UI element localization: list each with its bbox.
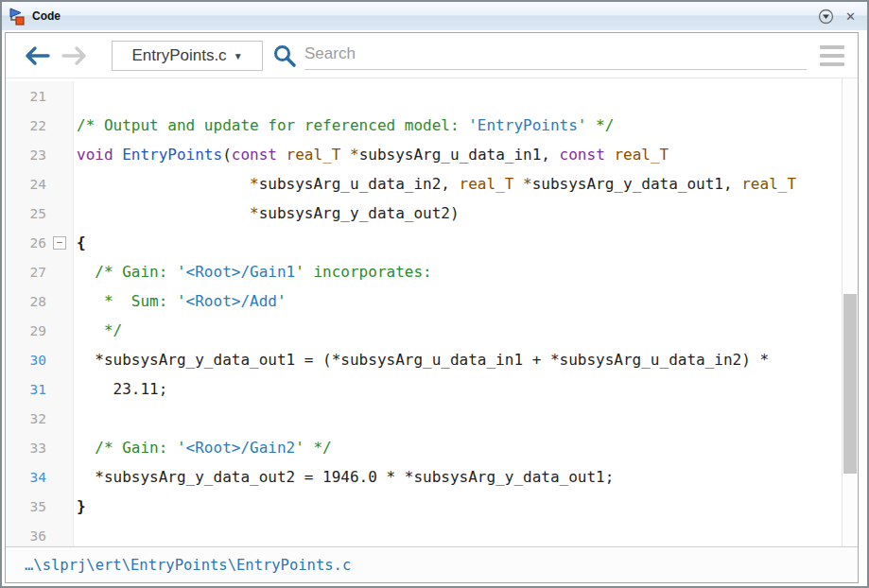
code-token: * <box>523 175 532 193</box>
code-editor: 2122/* Output and update for referenced … <box>6 78 858 546</box>
code-text: { <box>74 233 86 251</box>
gutter-cell: 25 <box>6 199 74 228</box>
file-selector-dropdown[interactable]: EntryPoints.c ▼ <box>112 41 263 71</box>
code-text: */ <box>74 321 122 339</box>
code-token: ' */ <box>578 116 615 134</box>
close-icon[interactable]: ✕ <box>845 10 856 23</box>
code-panel: EntryPoints.c ▼ 2122/* Output and update… <box>5 32 859 583</box>
code-token <box>605 146 615 164</box>
search-field-wrap <box>304 39 807 70</box>
code-line: 22/* Output and update for referenced mo… <box>6 111 842 140</box>
gutter-cell: 26− <box>6 228 74 257</box>
gutter-cell: 34 <box>6 462 74 492</box>
code-token: void <box>77 146 113 164</box>
block-hyperlink[interactable]: EntryPoints <box>478 116 578 134</box>
code-token: ' <box>277 292 287 310</box>
code-token: real_T <box>614 146 669 164</box>
code-line: 33 /* Gain: '<Root>/Gain2' */ <box>6 433 842 462</box>
vertical-scrollbar[interactable] <box>842 78 858 546</box>
line-number: 29 <box>6 323 46 338</box>
code-line: 23void EntryPoints(const real_T *subsysA… <box>6 140 842 169</box>
code-text: *subsysArg_u_data_in2, real_T *subsysArg… <box>74 175 796 193</box>
gutter-cell: 33 <box>6 433 74 462</box>
code-line: 27 /* Gain: '<Root>/Gain1' incorporates: <box>6 257 842 286</box>
code-token: subsysArg_y_data_out2) <box>259 204 460 222</box>
block-hyperlink[interactable]: <Root>/Add <box>186 292 277 310</box>
block-hyperlink[interactable]: <Root>/Gain1 <box>186 263 296 281</box>
gutter-cell: 36 <box>6 521 74 546</box>
code-token: { <box>77 233 86 251</box>
gutter-cell: 35 <box>6 492 74 521</box>
code-text: 23.11; <box>74 380 167 398</box>
code-token: */ <box>77 321 122 339</box>
code-line: 36 <box>6 521 842 546</box>
titlebar: Code ✕ <box>2 2 867 30</box>
code-window: Code ✕ EntryPoints.c ▼ <box>0 0 869 588</box>
code-token: ( <box>222 146 232 164</box>
dock-menu-icon[interactable] <box>818 9 834 25</box>
statusbar: …\slprj\ert\EntryPoints\EntryPoints.c <box>6 546 858 582</box>
gutter-cell: 24 <box>6 169 74 199</box>
gutter-cell: 31 <box>6 374 74 404</box>
block-hyperlink[interactable]: <Root>/Gain2 <box>186 439 296 457</box>
code-line: 30 *subsysArg_y_data_out1 = (*subsysArg_… <box>6 345 842 374</box>
code-token: } <box>77 497 86 515</box>
code-token: ' incorporates: <box>295 263 432 281</box>
gutter-cell: 23 <box>6 140 74 169</box>
file-path-link[interactable]: …\slprj\ert\EntryPoints\EntryPoints.c <box>25 557 351 574</box>
gutter-cell: 28 <box>6 286 74 316</box>
gutter-cell: 27 <box>6 257 74 286</box>
traced-line-number[interactable]: 34 <box>6 470 46 485</box>
code-text: *subsysArg_y_data_out1 = (*subsysArg_u_d… <box>74 351 769 369</box>
line-number: 21 <box>6 89 46 104</box>
code-text: void EntryPoints(const real_T *subsysArg… <box>74 146 669 164</box>
code-text: /* Gain: '<Root>/Gain1' incorporates: <box>74 263 432 281</box>
search-input[interactable] <box>304 44 807 63</box>
line-number: 36 <box>6 528 46 544</box>
code-line: 24 *subsysArg_u_data_in2, real_T *subsys… <box>6 169 842 199</box>
traced-line-number[interactable]: 31 <box>6 382 46 397</box>
gutter-cell: 30 <box>6 345 74 374</box>
code-token: real_T <box>287 146 341 164</box>
code-token: subsysArg_y_data_out1, <box>532 175 742 193</box>
menu-icon[interactable] <box>820 45 844 66</box>
scrollbar-thumb[interactable] <box>843 294 857 474</box>
model-block-icon <box>9 8 26 26</box>
code-token: * <box>250 175 259 193</box>
forward-arrow-icon[interactable] <box>61 44 89 67</box>
code-token: const <box>232 146 277 164</box>
code-token: /* Gain: ' <box>77 263 186 281</box>
file-selector-value: EntryPoints.c <box>131 46 226 65</box>
line-number: 35 <box>6 499 46 514</box>
chevron-down-icon: ▼ <box>234 49 243 61</box>
code-line: 26−{ <box>6 228 842 257</box>
code-line: 25 *subsysArg_y_data_out2) <box>6 199 842 228</box>
code-token: *subsysArg_y_data_out2 = 1946.0 * *subsy… <box>77 468 614 486</box>
gutter-cell: 21 <box>6 81 74 111</box>
line-number: 24 <box>6 177 46 192</box>
code-token: real_T <box>460 175 514 193</box>
traced-line-number[interactable]: 30 <box>6 353 46 368</box>
line-number: 23 <box>6 147 46 163</box>
code-line: 29 */ <box>6 316 842 345</box>
code-token: *subsysArg_y_data_out1 = (*subsysArg_u_d… <box>77 351 769 369</box>
code-token: subsysArg_u_data_in2, <box>259 175 460 193</box>
code-token: /* Gain: ' <box>77 439 186 457</box>
code-text: /* Gain: '<Root>/Gain2' */ <box>74 439 332 457</box>
code-token <box>77 204 250 222</box>
code-token: ' */ <box>295 439 332 457</box>
line-number: 27 <box>6 265 46 280</box>
code-token: /* Output and update for referenced mode… <box>77 116 478 134</box>
code-text: *subsysArg_y_data_out2 = 1946.0 * *subsy… <box>74 468 614 486</box>
code-text: /* Output and update for referenced mode… <box>74 116 614 134</box>
code-text: *subsysArg_y_data_out2) <box>74 204 460 222</box>
code-token: 23.11; <box>77 380 167 398</box>
back-arrow-icon[interactable] <box>23 44 51 67</box>
code-token: real_T <box>741 175 796 193</box>
code-line: 31 23.11; <box>6 374 842 404</box>
line-number: 22 <box>6 118 46 133</box>
code-token <box>277 146 287 164</box>
code-line: 35} <box>6 492 842 521</box>
code-token: * <box>250 204 259 222</box>
fold-toggle-icon[interactable]: − <box>53 236 66 250</box>
